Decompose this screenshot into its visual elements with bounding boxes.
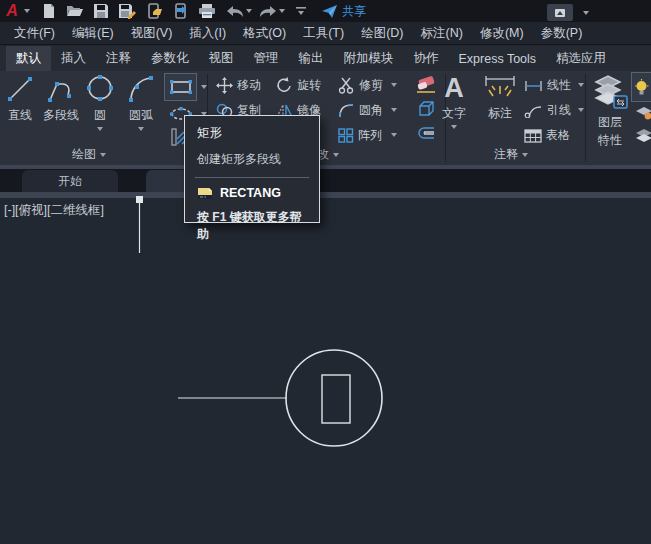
menu-insert[interactable]: 插入(I) — [189, 25, 226, 42]
circle-icon — [85, 74, 115, 104]
move-icon — [216, 77, 233, 94]
new-file-icon[interactable] — [38, 1, 60, 21]
trim-icon — [338, 77, 355, 94]
layer-freeze-button[interactable] — [635, 105, 651, 121]
ribbon-tab-parametric[interactable]: 参数化 — [141, 46, 199, 71]
app-menu-caret-icon[interactable] — [24, 9, 30, 13]
menu-format[interactable]: 格式(O) — [243, 25, 286, 42]
rotate-icon — [276, 77, 293, 94]
menu-dimension[interactable]: 标注(N) — [421, 25, 463, 42]
save-icon[interactable] — [90, 1, 112, 21]
array-caret-icon[interactable] — [391, 133, 397, 137]
offset-icon — [416, 125, 435, 141]
table-button[interactable]: 表格 — [524, 127, 570, 144]
ribbon-tab-view[interactable]: 视图 — [199, 46, 244, 71]
polyline-button[interactable]: 多段线 — [39, 74, 83, 124]
share-label[interactable]: 共享 — [342, 3, 366, 20]
drawing-canvas[interactable] — [0, 198, 651, 544]
layer-freeze-icon — [635, 105, 651, 121]
text-button[interactable]: A 文字 — [434, 74, 474, 129]
draw-panel-label[interactable]: 绘图 — [72, 146, 106, 163]
panel-expand-arrow — [333, 153, 339, 157]
ribbon-tab-manage[interactable]: 管理 — [244, 46, 289, 71]
array-button[interactable]: 阵列 — [338, 127, 382, 144]
ribbon-tab-addins[interactable]: 附加模块 — [334, 46, 404, 71]
menu-edit[interactable]: 编辑(E) — [72, 25, 114, 42]
save-to-web-icon[interactable] — [170, 1, 192, 21]
menu-tools[interactable]: 工具(T) — [303, 25, 344, 42]
file-tab-start[interactable]: 开始 — [22, 170, 118, 192]
menu-bar: 文件(F) 编辑(E) 视图(V) 插入(I) 格式(O) 工具(T) 绘图(D… — [0, 22, 651, 45]
dimension-button[interactable]: 标注 — [480, 74, 520, 122]
fillet-caret-icon[interactable] — [391, 108, 397, 112]
rectangle-split-caret[interactable] — [197, 74, 210, 100]
panel-separator — [585, 74, 586, 162]
fillet-icon — [338, 103, 355, 118]
circle-button[interactable]: 圆 — [80, 74, 120, 131]
annotate-panel-label[interactable]: 注释 — [494, 146, 528, 163]
tooltip-divider — [195, 177, 309, 178]
ribbon-tab-insert[interactable]: 插入 — [51, 46, 96, 71]
arc-button[interactable]: 圆弧 — [121, 74, 161, 131]
menu-file[interactable]: 文件(F) — [14, 25, 55, 42]
explode-button[interactable] — [416, 100, 435, 118]
menu-parametric[interactable]: 参数(P) — [541, 25, 583, 42]
panel-expand-arrow — [100, 153, 106, 157]
menu-draw[interactable]: 绘图(D) — [361, 25, 403, 42]
open-file-icon[interactable] — [64, 1, 86, 21]
explode-icon — [416, 100, 435, 118]
autocad-window: A — [0, 0, 651, 544]
layer-on-button[interactable] — [632, 73, 651, 101]
text-caret-icon[interactable] — [451, 125, 457, 129]
trim-caret-icon[interactable] — [391, 83, 397, 87]
redo-icon[interactable] — [257, 1, 279, 21]
leader-button[interactable]: 引线 — [524, 102, 571, 119]
circle-caret-icon[interactable] — [97, 127, 103, 131]
line-button[interactable]: 直线 — [0, 74, 40, 124]
menu-modify[interactable]: 修改(M) — [480, 25, 524, 42]
app-logo-icon[interactable]: A — [0, 1, 24, 21]
table-icon — [524, 129, 542, 143]
ribbon-collapse-caret-icon[interactable] — [583, 11, 589, 15]
rotate-button[interactable]: 旋转 — [276, 77, 321, 94]
ribbon-tab-output[interactable]: 输出 — [289, 46, 334, 71]
viewport-controls-label[interactable]: [-][俯视][二维线框] — [4, 202, 104, 219]
ribbon-tab-featured[interactable]: 精选应用 — [546, 46, 616, 71]
rectangle-button[interactable] — [165, 74, 196, 100]
fillet-button[interactable]: 圆角 — [338, 102, 383, 119]
plot-icon[interactable] — [196, 1, 218, 21]
polyline-icon — [46, 74, 76, 104]
ribbon-tab-bar: 默认 插入 注释 参数化 视图 管理 输出 附加模块 协作 Express To… — [0, 46, 651, 71]
ribbon-tab-collaborate[interactable]: 协作 — [404, 46, 449, 71]
ribbon-tab-express[interactable]: Express Tools — [449, 46, 547, 71]
layer-lock-icon — [635, 128, 651, 142]
undo-caret-icon[interactable] — [246, 9, 252, 13]
rectangle-tooltip: 矩形 创建矩形多段线 RECTANG 按 F1 键获取更多帮助 — [184, 115, 320, 223]
arc-icon — [126, 74, 156, 104]
trim-button[interactable]: 修剪 — [338, 77, 383, 94]
open-from-web-icon[interactable] — [144, 1, 166, 21]
ribbon-tab-annotate[interactable]: 注释 — [96, 46, 141, 71]
array-icon — [338, 128, 354, 143]
tooltip-command: RECTANG — [220, 186, 281, 200]
linear-dimension-button[interactable]: 线性 — [524, 77, 571, 94]
leader-caret-icon[interactable] — [578, 108, 584, 112]
save-as-icon[interactable] — [116, 1, 138, 21]
tooltip-description: 创建矩形多段线 — [197, 151, 309, 168]
layer-lock-button[interactable] — [635, 128, 651, 142]
tooltip-title: 矩形 — [197, 125, 309, 142]
ribbon-collapse-button[interactable] — [547, 4, 573, 21]
ribbon-tab-home[interactable]: 默认 — [6, 46, 51, 71]
customize-qat-icon[interactable] — [290, 1, 312, 21]
linear-caret-icon[interactable] — [578, 83, 584, 87]
redo-caret-icon[interactable] — [279, 9, 285, 13]
menu-view[interactable]: 视图(V) — [131, 25, 173, 42]
undo-icon[interactable] — [224, 1, 246, 21]
layer-properties-button[interactable]: 图层 特性 — [590, 74, 630, 149]
arc-caret-icon[interactable] — [138, 127, 144, 131]
offset-button[interactable] — [416, 125, 435, 141]
rectangle-icon — [169, 79, 193, 95]
share-plane-icon[interactable] — [318, 1, 340, 21]
linear-dimension-icon — [524, 80, 543, 92]
move-button[interactable]: 移动 — [216, 77, 261, 94]
